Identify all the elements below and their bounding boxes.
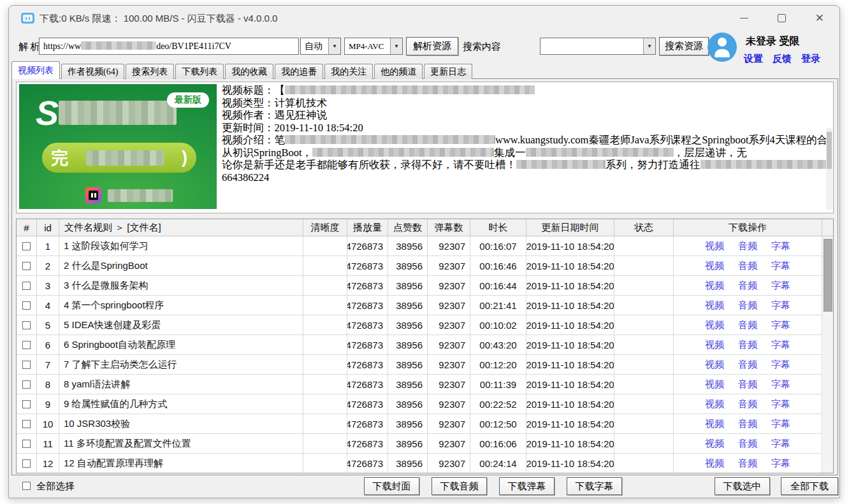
download-audio-link[interactable]: 音频 bbox=[738, 260, 757, 272]
cell-id: 3 bbox=[37, 276, 59, 295]
download-video-link[interactable]: 视频 bbox=[705, 260, 724, 272]
row-checkbox[interactable] bbox=[22, 321, 31, 329]
download-video-link[interactable]: 视频 bbox=[705, 359, 724, 371]
settings-link[interactable]: 设置 bbox=[744, 53, 763, 65]
user-avatar[interactable] bbox=[708, 32, 737, 62]
download-subtitle-link[interactable]: 字幕 bbox=[771, 240, 790, 252]
minimize-icon[interactable] bbox=[740, 18, 748, 18]
row-checkbox[interactable] bbox=[22, 459, 31, 468]
cell-duration: 00:16:46 bbox=[470, 256, 526, 275]
format-dropdown-value: MP4-AVC bbox=[345, 41, 390, 52]
tab-my-follows[interactable]: 我的关注 bbox=[324, 64, 373, 79]
download-danmaku-button[interactable]: 下载弹幕 bbox=[499, 477, 555, 495]
download-audio-link[interactable]: 音频 bbox=[738, 299, 757, 312]
cell-duration: 00:43:20 bbox=[470, 335, 526, 354]
download-video-link[interactable]: 视频 bbox=[705, 319, 724, 331]
download-audio-button[interactable]: 下载音频 bbox=[432, 477, 487, 495]
tab-video-list[interactable]: 视频列表 bbox=[11, 61, 60, 79]
chevron-down-icon[interactable]: ▼ bbox=[643, 38, 655, 54]
search-dropdown[interactable]: ▼ bbox=[540, 38, 656, 55]
download-audio-link[interactable]: 音频 bbox=[738, 280, 757, 292]
tab-my-favorites[interactable]: 我的收藏 bbox=[225, 64, 273, 79]
maximize-icon[interactable] bbox=[778, 14, 786, 22]
row-checkbox[interactable] bbox=[22, 440, 31, 448]
row-checkbox[interactable] bbox=[22, 400, 31, 408]
table-row: 1111 多环境配置及配置文件位置4726873389569230700:16:… bbox=[17, 434, 833, 454]
download-video-link[interactable]: 视频 bbox=[705, 280, 724, 292]
select-all-checkbox[interactable] bbox=[22, 482, 31, 490]
download-audio-link[interactable]: 音频 bbox=[738, 319, 757, 331]
download-all-button[interactable]: 全部下载 bbox=[781, 477, 838, 495]
cell-download-ops: 视频音频字幕 bbox=[674, 355, 822, 374]
download-video-link[interactable]: 视频 bbox=[705, 398, 724, 410]
tab-my-bangumi[interactable]: 我的追番 bbox=[275, 64, 323, 79]
download-video-link[interactable]: 视频 bbox=[705, 299, 724, 312]
row-checkbox[interactable] bbox=[22, 380, 31, 389]
download-cover-button[interactable]: 下载封面 bbox=[364, 477, 419, 495]
download-audio-link[interactable]: 音频 bbox=[738, 359, 757, 371]
row-checkbox[interactable] bbox=[22, 420, 31, 428]
download-audio-link[interactable]: 音频 bbox=[738, 438, 757, 450]
download-video-link[interactable]: 视频 bbox=[705, 457, 724, 470]
download-video-link[interactable]: 视频 bbox=[705, 418, 724, 430]
download-audio-link[interactable]: 音频 bbox=[738, 240, 757, 252]
column-header: 清晰度 bbox=[303, 219, 347, 236]
download-selected-button[interactable]: 下载选中 bbox=[715, 477, 770, 495]
tab-author-videos[interactable]: 作者视频(64) bbox=[61, 64, 124, 79]
chevron-down-icon[interactable]: ▼ bbox=[328, 38, 340, 54]
download-subtitle-link[interactable]: 字幕 bbox=[771, 280, 790, 292]
parse-button[interactable]: 解析资源 bbox=[406, 37, 458, 55]
download-subtitle-link[interactable]: 字幕 bbox=[771, 418, 790, 430]
download-audio-link[interactable]: 音频 bbox=[738, 418, 757, 430]
tab-download-list[interactable]: 下载列表 bbox=[175, 64, 224, 79]
row-checkbox[interactable] bbox=[22, 282, 31, 290]
tab-changelog[interactable]: 更新日志 bbox=[424, 64, 472, 79]
quality-dropdown[interactable]: 自动 ▼ bbox=[300, 38, 341, 55]
download-video-link[interactable]: 视频 bbox=[705, 240, 724, 252]
download-video-link[interactable]: 视频 bbox=[705, 438, 724, 450]
download-video-link[interactable]: 视频 bbox=[705, 378, 724, 391]
download-subtitle-link[interactable]: 字幕 bbox=[771, 339, 790, 351]
tab-search-list[interactable]: 搜索列表 bbox=[126, 64, 174, 79]
tab-page: S 最新版 完) 视频标题：【视频类型：计算机技术视频作者：遇见狂神说更新时间：… bbox=[11, 78, 838, 475]
download-subtitle-link[interactable]: 字幕 bbox=[771, 359, 790, 371]
download-subtitle-link[interactable]: 字幕 bbox=[771, 319, 790, 331]
row-checkbox[interactable] bbox=[22, 262, 31, 270]
download-audio-link[interactable]: 音频 bbox=[738, 339, 757, 351]
row-checkbox[interactable] bbox=[22, 341, 31, 349]
video-thumbnail[interactable]: S 最新版 完) bbox=[19, 84, 217, 209]
row-checkbox[interactable] bbox=[22, 301, 31, 310]
login-link[interactable]: 登录 bbox=[801, 53, 820, 65]
cell-danmaku: 92307 bbox=[428, 414, 470, 433]
tab-his-channel[interactable]: 他的频道 bbox=[374, 64, 423, 79]
format-dropdown[interactable]: MP4-AVC ▼ bbox=[344, 38, 403, 55]
close-icon[interactable]: ✕ bbox=[815, 13, 824, 24]
info-scrollbar[interactable] bbox=[826, 128, 832, 210]
video-info-text: 视频标题：【视频类型：计算机技术视频作者：遇见狂神说更新时间：2019-11-1… bbox=[222, 84, 831, 184]
table-row: 33 什么是微服务架构4726873389569230700:16:442019… bbox=[17, 276, 833, 296]
download-subtitle-link[interactable]: 字幕 bbox=[771, 438, 790, 450]
download-subtitle-link[interactable]: 字幕 bbox=[771, 378, 790, 391]
download-subtitle-link[interactable]: 字幕 bbox=[771, 457, 790, 470]
download-subtitle-link[interactable]: 字幕 bbox=[771, 299, 790, 312]
table-scrollbar-thumb[interactable] bbox=[824, 239, 832, 312]
chevron-down-icon[interactable]: ▼ bbox=[390, 38, 402, 54]
cell-name: 9 给属性赋值的几种方式 bbox=[59, 394, 303, 414]
search-content-label: 搜索内容 bbox=[463, 41, 501, 53]
info-scrollbar-thumb[interactable] bbox=[827, 132, 832, 169]
row-checkbox[interactable] bbox=[22, 242, 31, 250]
cell-danmaku: 92307 bbox=[428, 315, 470, 335]
feedback-link[interactable]: 反馈 bbox=[773, 53, 792, 65]
download-audio-link[interactable]: 音频 bbox=[738, 378, 757, 391]
download-subtitle-link[interactable]: 字幕 bbox=[771, 398, 790, 410]
download-subtitle-button[interactable]: 下载字幕 bbox=[567, 477, 622, 495]
search-button[interactable]: 搜索资源 bbox=[659, 37, 709, 55]
row-checkbox[interactable] bbox=[22, 361, 31, 369]
download-audio-link[interactable]: 音频 bbox=[738, 398, 757, 410]
url-input[interactable]: https://wwdeo/BV1PE411i7CV bbox=[39, 38, 299, 55]
table-scrollbar[interactable] bbox=[822, 236, 833, 473]
download-video-link[interactable]: 视频 bbox=[705, 339, 724, 351]
download-subtitle-link[interactable]: 字幕 bbox=[771, 260, 790, 272]
table-row: 44 第一个springboot程序4726873389569230700:21… bbox=[17, 296, 833, 315]
download-audio-link[interactable]: 音频 bbox=[738, 457, 757, 470]
